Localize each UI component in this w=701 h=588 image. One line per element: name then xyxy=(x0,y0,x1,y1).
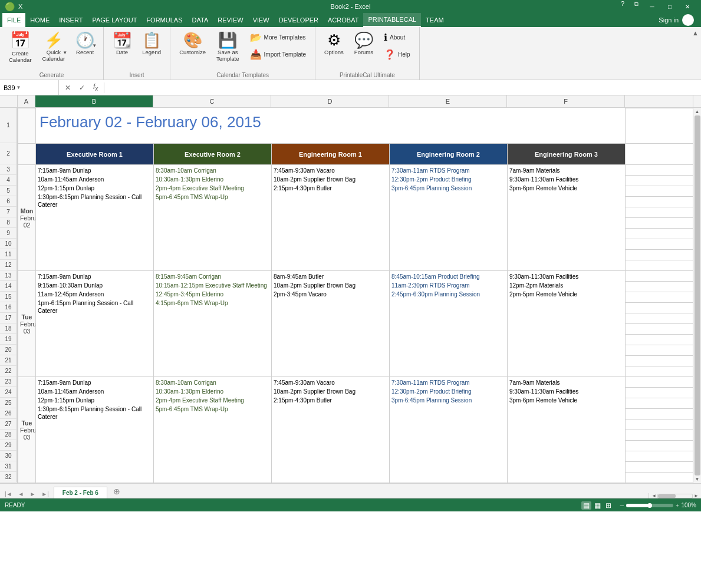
cell-F2[interactable] xyxy=(626,144,693,165)
menu-acrobat[interactable]: ACROBAT xyxy=(323,13,363,27)
normal-view-btn[interactable]: ▤ xyxy=(581,501,591,510)
restore-ribbon-btn[interactable]: ⧉ xyxy=(629,0,643,13)
scroll-h-track[interactable] xyxy=(657,494,693,498)
row-num-30[interactable]: 30 xyxy=(0,451,17,461)
close-btn[interactable]: ✕ xyxy=(679,0,696,13)
day2-eng3-cell[interactable]: 9:30am-11:30am Facilities 12pm-2pm Mater… xyxy=(508,271,626,377)
save-as-template-btn[interactable]: 💾 Save asTemplate xyxy=(212,29,243,65)
recent-btn[interactable]: 🕐 Recent ▼ xyxy=(71,29,98,58)
cancel-formula-btn[interactable]: ✕ xyxy=(62,82,73,93)
insert-function-btn[interactable]: fx xyxy=(91,82,100,92)
row-num-16[interactable]: 16 xyxy=(0,302,17,313)
row-num-28[interactable]: 28 xyxy=(0,430,17,440)
cell-A1[interactable] xyxy=(18,108,36,144)
import-template-btn[interactable]: 📥 Import Template xyxy=(246,47,311,62)
signin-btn[interactable]: Sign in xyxy=(659,16,679,24)
row-num-9[interactable]: 9 xyxy=(0,228,17,239)
menu-formulas[interactable]: FORMULAS xyxy=(141,13,187,27)
scroll-thumb[interactable] xyxy=(695,115,700,475)
row-num-14[interactable]: 14 xyxy=(0,281,17,292)
row-num-26[interactable]: 26 xyxy=(0,408,17,419)
more-templates-btn[interactable]: 📂 More Templates xyxy=(246,29,311,45)
user-avatar[interactable] xyxy=(682,14,694,26)
scroll-down-btn[interactable]: ▼ xyxy=(695,477,700,482)
row-num-32[interactable]: 32 xyxy=(0,472,17,483)
about-btn[interactable]: ℹ About xyxy=(380,29,414,45)
cell-A2[interactable] xyxy=(18,144,36,165)
sheet-tab-feb2-6[interactable]: Feb 2 - Feb 6 xyxy=(54,487,107,499)
day3-eng1-cell[interactable]: 7:45am-9:30am Vacaro 10am-2pm Supplier B… xyxy=(272,377,390,483)
quick-calendar-btn[interactable]: ⚡ QuickCalendar ▼ xyxy=(38,29,70,65)
day1-eng1-cell[interactable]: 7:45am-9:30am Vacaro 10am-2pm Supplier B… xyxy=(272,165,390,271)
row-num-12[interactable]: 12 xyxy=(0,260,17,270)
legend-btn[interactable]: 📋 Legend xyxy=(138,29,165,58)
row-num-22[interactable]: 22 xyxy=(0,366,17,376)
col-header-B[interactable]: B xyxy=(35,95,153,107)
day2-eng2-cell[interactable]: 8:45am-10:15am Product Briefing 11am-2:3… xyxy=(390,271,508,377)
tab-nav-next[interactable]: ► xyxy=(27,490,38,498)
row-num-24[interactable]: 24 xyxy=(0,387,17,398)
scroll-left-btn[interactable]: ◄ xyxy=(651,493,656,498)
row-num-7[interactable]: 7 xyxy=(0,207,17,217)
row-num-5[interactable]: 5 xyxy=(0,186,17,196)
cell-F3[interactable] xyxy=(626,165,693,176)
confirm-formula-btn[interactable]: ✓ xyxy=(77,82,87,93)
menu-view[interactable]: VIEW xyxy=(248,13,274,27)
menu-data[interactable]: DATA xyxy=(187,13,213,27)
row-num-15[interactable]: 15 xyxy=(0,292,17,302)
zoom-slider[interactable] xyxy=(626,504,673,507)
menu-printablecal[interactable]: PRINTABLECAL xyxy=(363,13,421,27)
scroll-right-btn[interactable]: ► xyxy=(694,493,699,498)
day2-exec1-cell[interactable]: 7:15am-9am Dunlap 9:15am-10:30am Dunlap … xyxy=(36,271,154,377)
col-header-C[interactable]: C xyxy=(153,95,271,107)
name-box-dropdown[interactable]: ▼ xyxy=(17,85,21,90)
cell-F1[interactable] xyxy=(626,108,693,144)
maximize-btn[interactable]: □ xyxy=(661,0,679,13)
page-layout-btn[interactable]: ▦ xyxy=(593,501,603,510)
day1-exec1-cell[interactable]: 7:15am-9am Dunlap 10am-11:45am Anderson … xyxy=(36,165,154,271)
day1-eng3-cell[interactable]: 7am-9am Materials 9:30am-11:30am Facilit… xyxy=(508,165,626,271)
tab-nav-prev[interactable]: ◄ xyxy=(16,490,27,498)
cell-F13[interactable] xyxy=(626,271,693,282)
create-calendar-btn[interactable]: 📅 CreateCalendar xyxy=(5,29,36,67)
ribbon-collapse-btn[interactable]: ▲ xyxy=(690,27,701,80)
row-num-1[interactable]: 1 xyxy=(0,108,17,143)
row-num-21[interactable]: 21 xyxy=(0,355,17,366)
date-btn[interactable]: 📆 Date xyxy=(108,29,136,58)
row-num-2[interactable]: 2 xyxy=(0,143,17,164)
tab-nav-first[interactable]: |◄ xyxy=(2,490,15,498)
row-num-20[interactable]: 20 xyxy=(0,345,17,355)
zoom-in-btn[interactable]: + xyxy=(676,503,679,508)
menu-page-layout[interactable]: PAGE LAYOUT xyxy=(87,13,141,27)
menu-review[interactable]: REVIEW xyxy=(213,13,248,27)
scroll-h-thumb[interactable] xyxy=(658,494,676,498)
row-num-27[interactable]: 27 xyxy=(0,419,17,430)
col-header-A[interactable]: A xyxy=(18,95,35,107)
day1-eng2-cell[interactable]: 7:30am-11am RTDS Program 12:30pm-2pm Pro… xyxy=(390,165,508,271)
day3-eng3-cell[interactable]: 7am-9am Materials 9:30am-11:30am Facilit… xyxy=(508,377,626,483)
tab-nav-last[interactable]: ►| xyxy=(39,490,51,498)
row-num-25[interactable]: 25 xyxy=(0,398,17,408)
day3-exec1-cell[interactable]: 7:15am-9am Dunlap 10am-11:45am Anderson … xyxy=(36,377,154,483)
menu-home[interactable]: HOME xyxy=(25,13,54,27)
menu-developer[interactable]: DEVELOPER xyxy=(274,13,323,27)
col-header-E[interactable]: E xyxy=(389,95,507,107)
page-break-btn[interactable]: ⊞ xyxy=(604,501,613,510)
row-num-23[interactable]: 23 xyxy=(0,376,17,387)
minimize-btn[interactable]: ─ xyxy=(643,0,661,13)
zoom-out-btn[interactable]: ─ xyxy=(620,503,624,508)
day3-exec2-cell[interactable]: 8:30am-10am Corrigan 10:30am-1:30pm Elde… xyxy=(154,377,272,483)
row-num-29[interactable]: 29 xyxy=(0,440,17,451)
help-btn[interactable]: ? xyxy=(616,0,629,13)
name-box[interactable]: B39 ▼ xyxy=(0,80,59,95)
menu-team[interactable]: TEAM xyxy=(421,13,449,27)
row-num-6[interactable]: 6 xyxy=(0,196,17,207)
row-num-17[interactable]: 17 xyxy=(0,313,17,323)
day2-eng1-cell[interactable]: 8am-9:45am Butler 10am-2pm Supplier Brow… xyxy=(272,271,390,377)
help-ribbon-btn[interactable]: ❓ Help xyxy=(380,47,414,62)
add-sheet-btn[interactable]: ⊕ xyxy=(108,484,125,498)
forums-btn[interactable]: 💬 Forums xyxy=(350,29,377,58)
menu-file[interactable]: FILE xyxy=(2,13,25,27)
day2-exec2-cell[interactable]: 8:15am-9:45am Corrigan 10:15am-12:15pm E… xyxy=(154,271,272,377)
scrollbar-vertical[interactable]: ▲ ▼ xyxy=(693,108,701,483)
